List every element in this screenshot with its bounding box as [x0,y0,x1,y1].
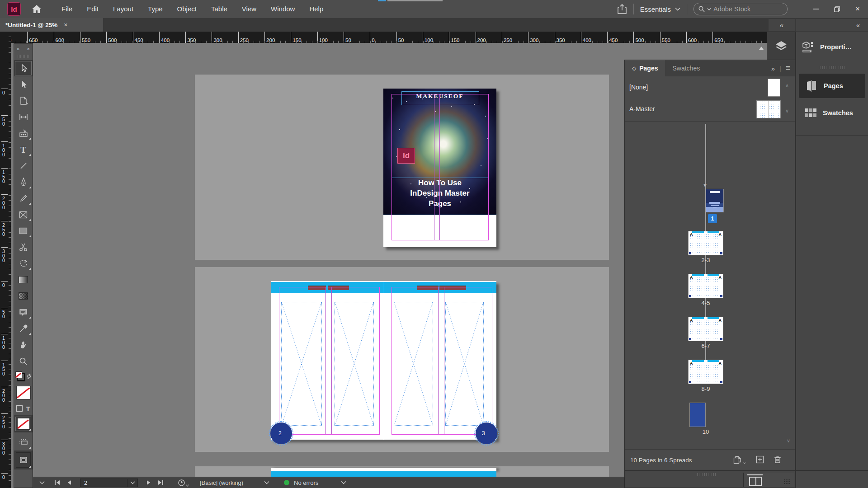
minimize-button[interactable] [806,0,826,18]
new-page-button[interactable] [756,455,764,465]
menu-type[interactable]: Type [141,0,170,18]
default-fill-swatch[interactable] [14,384,33,402]
pen-tool[interactable] [14,174,33,190]
panel-menu-icon[interactable]: ≡ [786,64,790,73]
formatting-toggles[interactable]: T [14,402,33,415]
page-thumbnail-2-3[interactable]: AA [688,231,723,255]
collapse-panel-left[interactable]: « [769,19,795,31]
gradient-feather-tool[interactable] [14,288,33,304]
menu-edit[interactable]: Edit [80,0,106,18]
previous-page-button[interactable] [68,480,71,485]
dock-swatches-button[interactable]: Swatches [799,101,865,125]
scrollbar-up-arrow[interactable] [759,44,764,50]
apply-none-button[interactable] [14,415,33,432]
spreads-scroll-down[interactable]: ∨ [787,438,790,444]
horizontal-ruler[interactable]: 7006506005505004504003503002502001501005… [11,32,769,43]
collapse-panel-right[interactable]: « [796,19,868,31]
content-collector-tool[interactable] [14,125,33,141]
page-thumbnail-6-7[interactable]: AA [688,317,723,341]
tab-swatches[interactable]: Swatches [665,60,707,76]
preflight-icon[interactable] [178,479,189,487]
page-label-10[interactable]: 10 [679,428,732,435]
last-page-button[interactable] [158,480,163,485]
edit-page-size-button[interactable] [733,456,746,464]
status-collapse-chevron[interactable] [39,481,45,484]
menu-layout[interactable]: Layout [106,0,141,18]
dock-pages-button[interactable]: Pages [799,74,865,98]
first-page-button[interactable] [55,480,60,485]
a-master-thumbnail[interactable] [756,100,781,118]
properties-panel-button[interactable]: Properti… [796,34,868,60]
gradient-tool[interactable] [14,272,33,288]
page-label-6-7[interactable]: 6-7 [679,343,732,349]
view-options-button[interactable] [14,432,33,450]
hand-tool[interactable] [14,337,33,353]
indesign-logo[interactable]: Id [7,2,21,16]
page-label-4-5[interactable]: 4-5 [679,300,732,306]
toolbar-close-icon[interactable]: × [27,46,30,52]
note-tool[interactable] [14,304,33,320]
share-icon[interactable] [617,4,627,14]
frame-tool[interactable] [14,206,33,223]
page-thumbnail-1[interactable] [706,189,724,212]
page-1-cover[interactable]: MAKEUSEOF Id How To Use InDesign Master … [383,89,496,247]
document-tab[interactable]: *Untitled-1 @ 25% × [0,18,103,32]
preset-chevron[interactable] [264,481,269,484]
preflight-status[interactable]: No errors [294,479,318,486]
menu-file[interactable]: File [54,0,80,18]
restore-button[interactable] [826,0,847,18]
menu-view[interactable]: View [235,0,264,18]
menu-help[interactable]: Help [302,0,330,18]
next-page-button[interactable] [147,480,150,485]
toolbar-expand-icon[interactable]: » [17,46,19,52]
page-label-1[interactable]: 1 [708,214,717,223]
eyedropper-tool[interactable] [14,320,33,337]
panel-collapse-icon[interactable]: » [771,65,775,72]
masters-scroll-up[interactable]: ∧ [785,83,789,89]
rectangle-tool[interactable] [14,223,33,239]
type-tool[interactable]: T [14,141,33,158]
workspace-switcher[interactable]: Essentials [640,5,680,13]
toolbar-grip[interactable] [18,55,29,58]
menu-table[interactable]: Table [204,0,235,18]
master-none-thumbnail[interactable] [768,79,780,97]
direct-selection-tool[interactable] [14,76,33,93]
page-thumbnail-4-5[interactable]: AA [688,274,723,298]
panel-resize-grip[interactable] [697,473,717,476]
masters-scroll-down[interactable]: ∨ [785,108,789,114]
menu-object[interactable]: Object [170,0,204,18]
adobe-stock-search[interactable]: Adobe Stock [693,3,788,15]
line-tool[interactable] [14,158,33,174]
page-label-2-3[interactable]: 2-3 [679,257,732,263]
layers-panel-button[interactable] [767,32,796,61]
spread-2-3[interactable]: 2 3 [271,281,496,440]
spread-view-widget[interactable] [743,473,794,487]
master-row-none[interactable]: [None] ∧ [625,76,795,98]
dock-grip[interactable] [819,66,846,69]
preflight-preset[interactable]: [Basic] (working) [200,479,243,486]
vertical-ruler[interactable]: 0501001502002503000501001502002503000 [0,32,11,488]
free-transform-tool[interactable] [14,255,33,272]
gap-tool[interactable] [14,109,33,125]
page-label-8-9[interactable]: 8-9 [679,385,732,392]
pencil-tool[interactable] [14,190,33,206]
selection-tool[interactable] [14,60,33,76]
resize-grip-dots[interactable] [783,479,790,485]
menu-window[interactable]: Window [264,0,302,18]
errors-chevron[interactable] [341,481,346,484]
home-icon[interactable] [32,5,42,14]
tab-close-icon[interactable]: × [64,21,67,28]
tab-pages[interactable]: ◇ Pages [625,60,665,76]
scissors-tool[interactable] [14,239,33,255]
screen-mode-button[interactable] [14,450,33,469]
page-thumbnail-10[interactable] [689,403,706,427]
page-tool[interactable] [14,93,33,109]
h-ruler-label: 350 [185,32,196,43]
fill-stroke-controls[interactable] [14,369,33,384]
close-button[interactable]: × [847,0,868,18]
page-thumbnail-8-9[interactable]: AA [688,360,723,384]
master-row-a-master[interactable]: A-Master ∨ [625,98,795,120]
zoom-tool[interactable] [14,353,33,369]
delete-page-button[interactable] [774,455,781,465]
page-number-field[interactable]: 2 [80,479,138,487]
